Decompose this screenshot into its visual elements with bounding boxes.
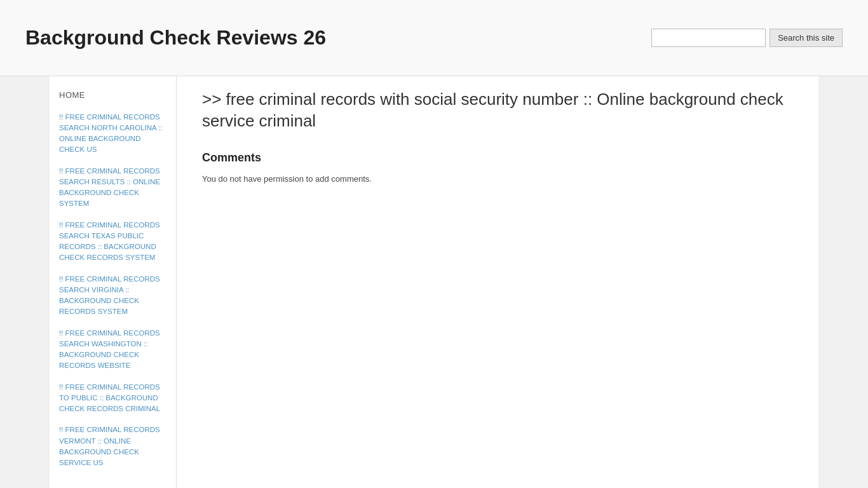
- page-heading: >> free criminal records with social sec…: [202, 89, 793, 132]
- main-wrapper: HOME !! FREE CRIMINAL RECORDS SEARCH NOR…: [50, 76, 818, 488]
- search-input[interactable]: [651, 29, 766, 47]
- sidebar-item-3[interactable]: !! FREE CRIMINAL RECORDS SEARCH TEXAS PU…: [59, 220, 166, 264]
- content-area: >> free criminal records with social sec…: [177, 76, 818, 488]
- comments-title: Comments: [202, 151, 793, 165]
- search-area: Search this site: [651, 29, 843, 47]
- sidebar-item-6[interactable]: !! FREE CRIMINAL RECORDS TO PUBLIC :: BA…: [59, 382, 166, 415]
- comments-text: You do not have permission to add commen…: [202, 174, 793, 184]
- comments-section: Comments You do not have permission to a…: [202, 151, 793, 184]
- sidebar: HOME !! FREE CRIMINAL RECORDS SEARCH NOR…: [50, 76, 177, 488]
- sidebar-item-7[interactable]: !! FREE CRIMINAL RECORDS VERMONT :: ONLI…: [59, 424, 166, 468]
- sidebar-item-4[interactable]: !! FREE CRIMINAL RECORDS SEARCH VIRGINIA…: [59, 274, 166, 318]
- sidebar-item-2[interactable]: !! FREE CRIMINAL RECORDS SEARCH RESULTS …: [59, 166, 166, 210]
- sidebar-item-1[interactable]: !! FREE CRIMINAL RECORDS SEARCH NORTH CA…: [59, 112, 166, 156]
- search-button[interactable]: Search this site: [770, 29, 843, 47]
- site-title: Background Check Reviews 26: [25, 25, 326, 50]
- sidebar-home-link[interactable]: HOME: [59, 89, 166, 102]
- site-header: Background Check Reviews 26 Search this …: [0, 0, 868, 76]
- sidebar-item-5[interactable]: !! FREE CRIMINAL RECORDS SEARCH WASHINGT…: [59, 328, 166, 372]
- sidebar-links: !! FREE CRIMINAL RECORDS SEARCH NORTH CA…: [59, 112, 166, 469]
- site-title-block: Background Check Reviews 26: [25, 25, 326, 50]
